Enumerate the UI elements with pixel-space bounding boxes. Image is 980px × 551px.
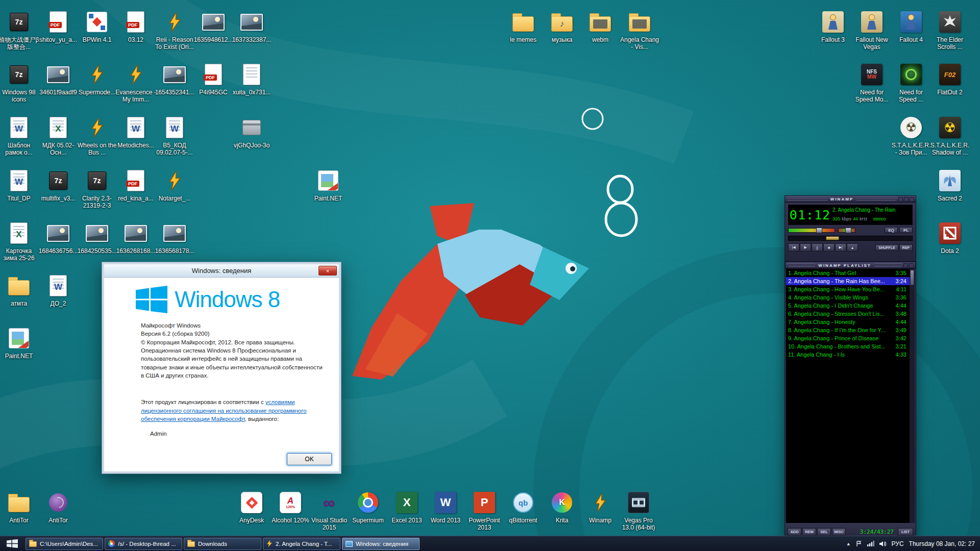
playlist-item[interactable]: 2. Angela Chang - The Rain Has Bee...3:2…	[786, 277, 915, 285]
playlist-item[interactable]: 3. Angela Chang - How Have You Be...4:11	[786, 285, 915, 293]
desktop-icon-1684250535[interactable]: 1684250535...	[77, 220, 117, 255]
repeat-toggle[interactable]: REP	[899, 244, 913, 251]
winamp-shade-button[interactable]	[904, 197, 909, 202]
pl-button[interactable]: PL	[899, 227, 913, 233]
playlist-item[interactable]: 10. Angela Chang - Brothers and Sist...3…	[786, 342, 915, 350]
desktop-icon-fallout-new-vegas[interactable]: Fallout New Vegas	[851, 9, 892, 51]
playlist-item[interactable]: 9. Angela Chang - Prince of Disease3:42	[786, 334, 915, 342]
taskbar-button-downloads[interactable]: Downloads	[184, 538, 261, 550]
sel-button[interactable]: SEL	[817, 528, 831, 536]
desktop-icon-paint-net[interactable]: Paint.NET	[308, 167, 349, 203]
desktop-icon-xuita-0x731[interactable]: xuita_0x731...	[231, 61, 272, 96]
close-button[interactable]: ×	[318, 266, 337, 276]
balance-slider-thumb[interactable]	[845, 228, 851, 233]
desktop-icon-evanescence-my-imm[interactable]: Evanescence - My Imm...	[115, 61, 156, 104]
desktop-icon-item[interactable]: 7z植物大战僵尸β版整合...	[0, 9, 39, 51]
playlist-item[interactable]: 7. Angela Chang - Honesty4:44	[786, 318, 915, 326]
playlist-item[interactable]: 11. Angela Chang - I Is4:33	[786, 350, 915, 359]
eq-button[interactable]: EQ	[885, 227, 898, 233]
balance-slider[interactable]	[838, 228, 855, 233]
playlist-item[interactable]: 8. Angela Chang - If I'm the One for Y..…	[786, 326, 915, 334]
desktop-icon-fallout-4[interactable]: Fallout 4	[891, 9, 932, 44]
language-indicator[interactable]: РУС	[892, 540, 904, 547]
playlist-item[interactable]: 6. Angela Chang - Stresses Don't Lis...3…	[786, 310, 915, 318]
start-button[interactable]	[0, 536, 24, 551]
desktop-icon-shitov-yu-a[interactable]: PDFshitov_yu_a...	[38, 9, 79, 44]
desktop-icon-34601f9aadf9[interactable]: 34601f9aadf9	[38, 61, 79, 96]
winamp-titlebar[interactable]: WINAMP	[785, 195, 916, 203]
desktop-icon-powerpoint-2013[interactable]: PPowerPoint 2013	[464, 489, 505, 532]
desktop-icon-notarget[interactable]: Notarget_...	[154, 167, 195, 203]
playlist-shade-button[interactable]	[903, 263, 908, 268]
next-button[interactable]: ▶|	[835, 243, 846, 252]
desktop-icon-bpwin-4-1[interactable]: BPWin 4.1	[77, 9, 117, 44]
misc-button[interactable]: MISC	[832, 528, 846, 536]
previous-button[interactable]: |◀	[788, 243, 799, 252]
desktop-icon-1654352341[interactable]: 1654352341...	[154, 61, 195, 96]
desktop-icon-vegas-pro-13-0-64-bit[interactable]: Vegas Pro 13.0 (64-bit)	[618, 489, 659, 532]
desktop-icon-1637332387[interactable]: 1637332387...	[231, 9, 272, 44]
desktop-icon-wheels-on-the-bus[interactable]: Wheels on the Bus ...	[77, 114, 117, 157]
tray-expand-button[interactable]: ▲	[846, 541, 851, 546]
desktop-icon-dota-2[interactable]: Dota 2	[929, 220, 970, 255]
desktop-icon-p4i945gc[interactable]: PDFP4i945GC	[193, 61, 234, 96]
desktop-icon-supermode[interactable]: Supermode...	[77, 61, 117, 96]
desktop-icon-titul-dp[interactable]: WTitul_DP	[0, 167, 39, 203]
taskbar-button-windows-сведения[interactable]: Windows: сведения	[342, 538, 420, 550]
add-button[interactable]: ADD	[788, 528, 801, 536]
desktop-icon-vjghqjoo-3o[interactable]: vjGhQJoo-3o	[231, 114, 272, 149]
desktop-icon-1635948612[interactable]: 1635948612...	[193, 9, 234, 44]
taskbar-button-s-desktop-thread[interactable]: /s/ - Desktop-thread ...	[105, 538, 182, 550]
desktop-icon-1636568178[interactable]: 1636568178...	[154, 220, 195, 255]
stop-button[interactable]: ■	[823, 243, 835, 252]
desktop-icon-winamp[interactable]: Winamp	[580, 489, 621, 524]
desktop-icon-s-t-a-l-k-e-r-зов-при[interactable]: ☢S.T.A.L.K.E.R. - Зов При...	[891, 114, 932, 157]
desktop-icon-1636268168[interactable]: 1636268168...	[115, 220, 156, 255]
volume-slider-thumb[interactable]	[816, 228, 822, 233]
desktop-icon-word-2013[interactable]: WWord 2013	[425, 489, 466, 524]
playlist-item[interactable]: 4. Angela Chang - Visible Wings3:36	[786, 293, 915, 302]
rem-button[interactable]: REM	[802, 528, 816, 536]
desktop-icon-paint-net[interactable]: Paint.NET	[0, 325, 39, 360]
desktop-icon-le-memes[interactable]: le memes	[503, 9, 544, 44]
ok-button[interactable]: OK	[287, 453, 332, 465]
playlist-scrollbar[interactable]	[910, 269, 915, 523]
desktop-icon-мдк-05-02-осн[interactable]: XМДК 05.02-Осн...	[38, 114, 79, 157]
desktop-icon-qbittorrent[interactable]: qbqBittorrent	[503, 489, 544, 524]
desktop-icon-metodiches[interactable]: WMetodiches...	[115, 114, 156, 149]
dialog-titlebar[interactable]: Windows: сведения ×	[104, 264, 339, 278]
volume-slider[interactable]	[788, 228, 835, 233]
shuffle-toggle[interactable]: SHUFFLE	[875, 244, 898, 251]
desktop-icon-03-12[interactable]: PDF03.12	[115, 9, 156, 44]
taskbar-button-2-angela-chang-t[interactable]: 2. Angela Chang - T...	[263, 538, 340, 550]
playlist-close-button[interactable]	[909, 263, 914, 268]
desktop-icon-the-elder-scrolls[interactable]: The Elder Scrolls ...	[929, 9, 970, 51]
desktop-icon-музыка[interactable]: ♪музыка	[542, 9, 582, 44]
desktop-icon-anydesk[interactable]: AnyDesk	[231, 489, 272, 524]
desktop-icon-1684636756[interactable]: 1684636756...	[38, 220, 79, 255]
seek-slider[interactable]	[788, 236, 913, 241]
desktop-icon-need-for-speed-mo[interactable]: NFSMWNeed for Speed Mo...	[851, 61, 892, 104]
playlist-scrollbar-thumb[interactable]	[910, 270, 914, 285]
clock[interactable]: Thursday 08 Jan, 02: 27	[909, 540, 975, 547]
desktop-icon-krita[interactable]: KKrita	[542, 489, 582, 524]
desktop-icon-в5-код-09-02-07-5[interactable]: WВ5_КОД 09.02.07-5-...	[154, 114, 195, 157]
playlist-titlebar[interactable]: WINAMP PLAYLIST	[785, 262, 916, 269]
eject-button[interactable]: ▲	[847, 243, 858, 252]
desktop-icon-reii-reason-to-exist-ori[interactable]: Reii - Reason To Exist (Ori...	[154, 9, 195, 51]
desktop-icon-windows-98-icons[interactable]: 7zWindows 98 icons	[0, 61, 39, 104]
desktop-icon-supermium[interactable]: Supermium	[348, 489, 388, 524]
desktop-icon-excel-2013[interactable]: XExcel 2013	[386, 489, 427, 524]
desktop-icon-angela-chang-vis[interactable]: Angela Chang - Vis...	[619, 9, 660, 51]
desktop-icon-antitor[interactable]: AntiTor	[38, 489, 79, 524]
desktop-icon-alcohol-120[interactable]: A120%Alcohol 120%	[270, 489, 311, 524]
winamp-close-button[interactable]	[910, 197, 914, 202]
seek-slider-thumb[interactable]	[826, 236, 839, 240]
desktop-icon-карточка-зима-25-26[interactable]: XКарточка зима 25-26	[0, 220, 39, 262]
desktop-icon-flatout-2[interactable]: F02FlatOut 2	[929, 61, 970, 96]
desktop-icon-need-for-speed[interactable]: Need for Speed ...	[891, 61, 932, 104]
playlist-item[interactable]: 5. Angela Chang - I Didn't Change4:44	[786, 302, 915, 310]
desktop-icon-fallout-3[interactable]: Fallout 3	[813, 9, 853, 44]
desktop-icon-атмта[interactable]: атмта	[0, 272, 39, 308]
list-button[interactable]: LIST	[898, 528, 913, 536]
